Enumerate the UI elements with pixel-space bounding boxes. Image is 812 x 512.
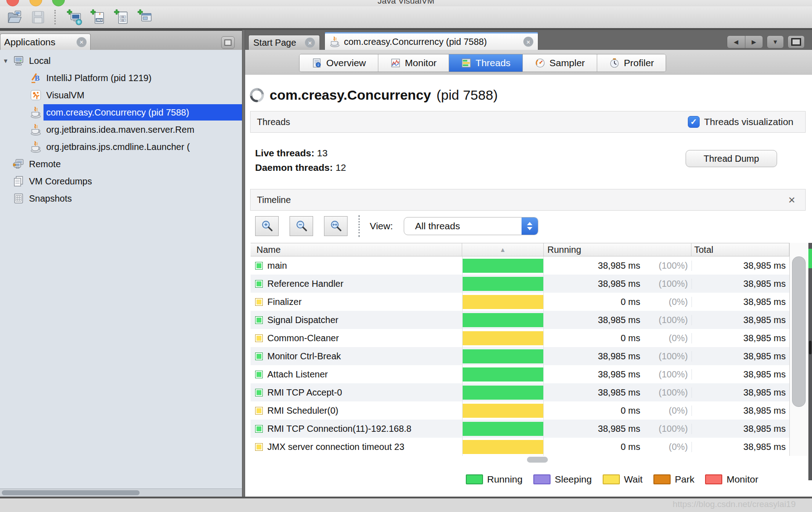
table-row[interactable]: Monitor Ctrl-Break 38,985 ms (100%) 38,9… bbox=[251, 347, 789, 365]
close-icon[interactable]: × bbox=[523, 37, 533, 47]
thread-dump-button[interactable]: Thread Dump bbox=[686, 150, 777, 167]
running-percent: (100%) bbox=[640, 279, 688, 289]
tree-item-remote[interactable]: ▼ Remote bbox=[0, 155, 242, 173]
table-row[interactable]: RMI TCP Connection(11)-192.168.8 38,985 … bbox=[251, 420, 789, 438]
tab-nav-buttons: ◀ ▶ ▼ bbox=[727, 35, 805, 48]
sidebar-horizontal-scrollbar[interactable] bbox=[0, 488, 242, 497]
thread-name: Monitor Ctrl-Break bbox=[267, 351, 341, 362]
save-snapshot-button[interactable] bbox=[29, 8, 47, 26]
select-stepper-icon[interactable] bbox=[522, 217, 538, 235]
tree-item-label: com.creasy.Concurrency (pid 7588) bbox=[46, 107, 189, 118]
timeline-bar bbox=[463, 386, 543, 400]
add-snapshot-button[interactable] bbox=[136, 8, 155, 26]
threads-section-header: Threads ✓ Threads visualization bbox=[250, 111, 806, 133]
add-vm-coredump-icon: 0101 bbox=[114, 9, 130, 25]
open-snapshot-button[interactable] bbox=[5, 8, 24, 26]
tree-item-snapshots[interactable]: ▼ Snapshots bbox=[0, 190, 242, 207]
tab-applications-label: Applications bbox=[4, 37, 55, 48]
total-value: 38,985 ms bbox=[691, 424, 789, 434]
table-row[interactable]: Finalizer 0 ms (0%) 38,985 ms bbox=[251, 293, 789, 311]
table-vertical-scrollbar[interactable] bbox=[789, 243, 807, 456]
tab-sampler[interactable]: Sampler bbox=[522, 54, 597, 72]
running-percent: (100%) bbox=[640, 387, 688, 398]
running-value: 0 ms bbox=[544, 442, 640, 452]
close-icon[interactable]: × bbox=[305, 38, 315, 48]
legend-label: Wait bbox=[624, 474, 643, 485]
expander-icon[interactable]: ▼ bbox=[3, 58, 10, 64]
thread-stats: Live threads: 13 Daemon threads: 12 bbox=[255, 146, 346, 175]
legend-swatch bbox=[533, 474, 551, 484]
maximize-view-button[interactable] bbox=[788, 35, 805, 48]
bottom-strip: https://blog.csdn.net/creasylai19 bbox=[0, 498, 812, 512]
zoom-fit-icon bbox=[329, 220, 342, 232]
scrollbar-thumb[interactable] bbox=[792, 256, 806, 407]
visualvm-icon bbox=[30, 89, 42, 101]
next-tab-button[interactable]: ▶ bbox=[745, 36, 763, 48]
running-percent: (0%) bbox=[640, 333, 688, 343]
tab-overview[interactable]: i Overview bbox=[300, 54, 378, 72]
tab-monitor[interactable]: Monitor bbox=[378, 54, 449, 72]
tab-applications[interactable]: Applications × bbox=[0, 34, 91, 50]
tab-list-dropdown-button[interactable]: ▼ bbox=[767, 35, 784, 48]
add-remote-host-icon bbox=[67, 9, 83, 25]
tab-start-page[interactable]: Start Page × bbox=[248, 35, 320, 50]
thread-name-cell: main bbox=[251, 261, 462, 271]
zoom-in-button[interactable] bbox=[255, 216, 279, 236]
column-header-timeline[interactable]: ▲ bbox=[462, 243, 544, 256]
tab-concurrency[interactable]: com.creasy.Concurrency (pid 7588) × bbox=[324, 32, 538, 50]
running-percent: (0%) bbox=[640, 297, 688, 307]
table-row[interactable]: main 38,985 ms (100%) 38,985 ms bbox=[251, 256, 789, 275]
tree-item-org-jetbrains-idea-maven-server-rem[interactable]: ▼ org.jetbrains.idea.maven.server.Rem bbox=[0, 121, 242, 138]
threads-visualization-checkbox[interactable]: ✓ bbox=[688, 116, 700, 128]
add-vm-coredump-button[interactable]: 0101 bbox=[113, 8, 131, 26]
table-row[interactable]: JMX server connection timeout 23 0 ms (0… bbox=[251, 438, 789, 456]
add-jmx-connection-button[interactable]: JMX bbox=[89, 8, 107, 26]
timeline-bar bbox=[463, 404, 543, 418]
thread-name: RMI TCP Accept-0 bbox=[267, 387, 342, 398]
table-row[interactable]: RMI Scheduler(0) 0 ms (0%) 38,985 ms bbox=[251, 401, 789, 420]
table-row[interactable]: Attach Listener 38,985 ms (100%) 38,985 … bbox=[251, 365, 789, 383]
zoom-out-button[interactable] bbox=[290, 216, 313, 236]
column-header-name[interactable]: Name bbox=[251, 243, 462, 256]
table-row[interactable]: RMI TCP Accept-0 38,985 ms (100%) 38,985… bbox=[251, 383, 789, 401]
tab-threads[interactable]: Threads bbox=[449, 54, 522, 72]
running-value: 38,985 ms bbox=[544, 261, 640, 271]
table-row[interactable]: Common-Cleaner 0 ms (0%) 38,985 ms bbox=[251, 329, 789, 347]
watermark-text: https://blog.csdn.net/creasylai19 bbox=[673, 499, 796, 509]
profiler-icon bbox=[609, 58, 620, 68]
add-remote-host-button[interactable] bbox=[66, 8, 84, 26]
scrollbar-thumb[interactable] bbox=[2, 490, 140, 495]
thread-name: Finalizer bbox=[267, 297, 302, 307]
zoom-in-icon bbox=[261, 220, 273, 232]
tree-item-local[interactable]: ▼ Local bbox=[0, 52, 242, 69]
svg-text:01: 01 bbox=[121, 15, 124, 18]
timeline-horizontal-scrollbar-thumb[interactable] bbox=[527, 457, 548, 463]
zoom-fit-button[interactable] bbox=[324, 216, 348, 236]
edge-green-fragment bbox=[808, 249, 812, 268]
tree-item-intellij-platform-pid-1219[interactable]: ▼ B IntelliJ Platform (pid 1219) bbox=[0, 69, 242, 87]
tab-profiler[interactable]: Profiler bbox=[597, 54, 666, 72]
view-select[interactable]: All threads bbox=[404, 217, 538, 235]
view-tab-label: Monitor bbox=[405, 58, 437, 68]
table-row[interactable]: Signal Dispatcher 38,985 ms (100%) 38,98… bbox=[251, 311, 789, 329]
timeline-bar bbox=[463, 331, 543, 345]
panel-splitter[interactable] bbox=[242, 30, 245, 497]
thread-state-icon bbox=[255, 334, 263, 342]
column-header-total[interactable]: Total bbox=[691, 243, 789, 256]
tree-item-visualvm[interactable]: ▼ VisualVM bbox=[0, 87, 242, 104]
live-threads-label: Live threads: bbox=[255, 148, 314, 158]
total-value: 38,985 ms bbox=[691, 297, 789, 307]
thread-name-cell: JMX server connection timeout 23 bbox=[251, 442, 462, 452]
close-timeline-icon[interactable]: × bbox=[788, 193, 795, 207]
prev-tab-button[interactable]: ◀ bbox=[727, 36, 745, 48]
close-icon[interactable]: × bbox=[77, 37, 87, 47]
tree-item-org-jetbrains-jps-cmdline-launcher[interactable]: ▼ org.jetbrains.jps.cmdline.Launcher ( bbox=[0, 138, 242, 155]
tree-item-vm-coredumps[interactable]: ▼ VM Coredumps bbox=[0, 173, 242, 190]
tree-item-com-creasy-concurrency-pid-7588[interactable]: ▼ com.creasy.Concurrency (pid 7588) bbox=[0, 104, 242, 121]
column-header-running[interactable]: Running bbox=[544, 243, 691, 256]
table-row[interactable]: Reference Handler 38,985 ms (100%) 38,98… bbox=[251, 275, 789, 293]
window-titlebar: Java VisualVM bbox=[0, 0, 812, 6]
thread-name: RMI TCP Connection(11)-192.168.8 bbox=[267, 424, 411, 434]
running-cell: 0 ms (0%) bbox=[544, 406, 691, 416]
float-panel-button[interactable] bbox=[221, 36, 235, 49]
